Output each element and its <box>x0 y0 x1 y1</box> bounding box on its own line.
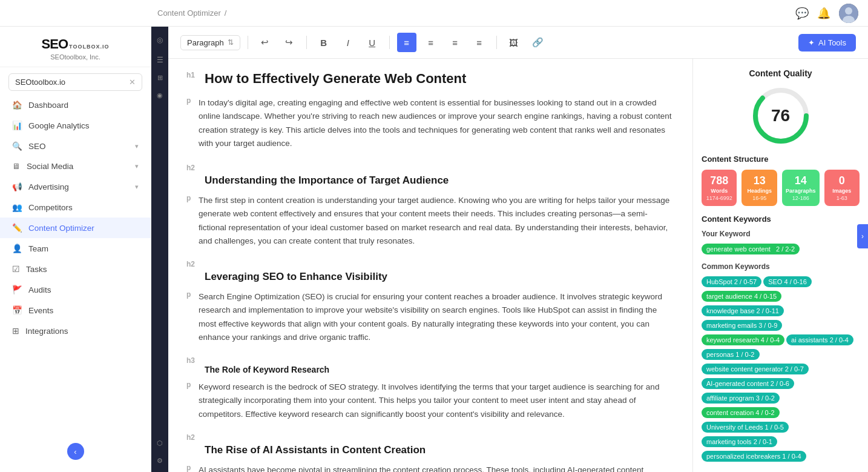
sidebar-item-tasks[interactable]: ☑ Tasks <box>0 259 151 279</box>
sidebar-item-label: Content Optimizer <box>28 224 94 233</box>
common-keyword-badge[interactable]: personas 1 / 0-2 <box>702 349 760 360</box>
common-keyword-badge[interactable]: content creation 4 / 0-2 <box>702 407 780 418</box>
sidebar-item-competitors[interactable]: 👥 Competitors <box>0 197 151 218</box>
sort-icon: ⇅ <box>228 38 234 47</box>
sidebar-item-label: Advertising <box>28 182 69 191</box>
sidebar-item-google-analytics[interactable]: 📊 Google Analytics <box>0 115 151 136</box>
toolbar-divider <box>248 36 248 49</box>
chevron-down-icon: ▾ <box>135 183 139 191</box>
sidebar-item-label: Team <box>28 244 48 253</box>
keyword-badges: HubSpot 2 / 0-57SEO 4 / 0-16target audie… <box>702 274 860 464</box>
sidebar-item-advertising[interactable]: 📢 Advertising ▾ <box>0 176 151 197</box>
image-button[interactable]: 🖼 <box>504 33 524 52</box>
monitor-icon: 🖥 <box>12 162 21 171</box>
logo: SEO <box>42 36 68 52</box>
sidebar-item-label: Events <box>28 306 53 315</box>
common-keyword-badge[interactable]: website content generator 2 / 0-7 <box>702 364 809 374</box>
common-keywords-section: Common Keywords HubSpot 2 / 0-57SEO 4 / … <box>702 262 860 464</box>
search-input[interactable] <box>15 78 129 87</box>
heading-3: Leveraging SEO to Enhance Visibility <box>205 271 387 283</box>
images-card: 0 Images 1-63 <box>824 170 860 206</box>
your-keyword-badge[interactable]: generate web content 2 / 2-2 <box>702 244 800 254</box>
heading-4: The Role of Keyword Research <box>205 365 329 374</box>
sidebar-item-events[interactable]: 📅 Events <box>0 300 151 321</box>
logo-area: SEO TOOLBOX.IO SEOtoolbox, Inc. <box>0 27 151 67</box>
keywords-title: Content Keywords <box>702 214 860 224</box>
sidebar-item-social-media[interactable]: 🖥 Social Media ▾ <box>0 156 151 176</box>
accent-icon-6[interactable]: ⚙ <box>157 457 163 465</box>
common-keyword-badge[interactable]: ai assistants 2 / 0-4 <box>786 334 853 345</box>
structure-grid: 788 Words 1174-6992 13 Headings 16-95 14… <box>702 170 860 206</box>
common-keyword-badge[interactable]: HubSpot 2 / 0-57 <box>702 276 761 287</box>
sidebar-item-dashboard[interactable]: 🏠 Dashboard <box>0 95 151 115</box>
bar-chart-icon: 📊 <box>12 121 22 130</box>
chevron-down-icon: ▾ <box>135 162 139 170</box>
sidebar-item-label: Integrations <box>25 327 68 336</box>
undo-button[interactable]: ↩ <box>255 33 275 52</box>
common-keyword-badge[interactable]: marketing tools 2 / 0-1 <box>702 436 777 447</box>
sidebar-item-team[interactable]: 👤 Team <box>0 238 151 259</box>
accent-icon-4[interactable]: ◉ <box>157 91 163 99</box>
paragraph-select[interactable]: Paragraph ⇅ <box>180 35 240 50</box>
sidebar-item-label: Social Media <box>27 162 73 171</box>
align-right-button[interactable]: ≡ <box>446 33 465 52</box>
sidebar-item-integrations[interactable]: ⊞ Integrations <box>0 321 151 341</box>
words-card: 788 Words 1174-6992 <box>702 170 737 206</box>
bold-button[interactable]: B <box>314 33 334 52</box>
avatar[interactable] <box>839 4 858 23</box>
common-keyword-badge[interactable]: keyword research 4 / 0-4 <box>702 334 784 345</box>
sidebar-item-label: Tasks <box>26 265 47 274</box>
toolbar-divider-3 <box>389 36 390 49</box>
underline-button[interactable]: U <box>363 33 382 52</box>
align-center-button[interactable]: ≡ <box>421 33 441 52</box>
sidebar-nav: 🏠 Dashboard 📊 Google Analytics 🔍 SEO ▾ 🖥… <box>0 95 151 341</box>
editor-toolbar: Paragraph ⇅ ↩ ↪ B I U ≡ ≡ ≡ ≡ 🖼 🔗 ✦ AI T… <box>168 27 868 59</box>
common-keyword-badge[interactable]: personalized icebreakers 1 / 0-4 <box>702 451 806 462</box>
ai-icon: ✦ <box>808 38 815 47</box>
redo-button[interactable]: ↪ <box>280 33 299 52</box>
search-box[interactable]: ✕ <box>8 73 142 91</box>
common-keyword-badge[interactable]: AI-generated content 2 / 0-6 <box>702 378 794 389</box>
common-keyword-badge[interactable]: SEO 4 / 0-16 <box>763 276 812 287</box>
paragraphs-card: 14 Paragraphs 12-186 <box>782 170 820 206</box>
panel-title: Content Quality <box>702 68 860 78</box>
sidebar-item-label: Audits <box>28 285 51 294</box>
close-icon[interactable]: ✕ <box>129 78 136 87</box>
common-keyword-badge[interactable]: target audience 4 / 0-15 <box>702 291 781 302</box>
align-justify-button[interactable]: ≡ <box>470 33 489 52</box>
breadcrumb: Content Optimizer / <box>157 8 226 18</box>
check-icon: ☑ <box>12 264 20 274</box>
common-keyword-badge[interactable]: affiliate program 3 / 0-2 <box>702 393 780 404</box>
scroll-right-btn[interactable]: › <box>857 224 868 248</box>
search-icon: 🔍 <box>12 141 22 151</box>
headings-card: 13 Headings 16-95 <box>741 170 777 206</box>
score-circle: 76 <box>702 85 860 146</box>
paragraph-label: Paragraph <box>187 38 224 47</box>
align-left-button[interactable]: ≡ <box>397 33 416 52</box>
ai-tools-button[interactable]: ✦ AI Tools <box>798 34 856 52</box>
score-value: 76 <box>771 106 790 125</box>
common-keyword-badge[interactable]: marketing emails 3 / 0-9 <box>702 320 782 331</box>
link-button[interactable]: 🔗 <box>528 33 548 52</box>
paragraph-5: AI assistants have become pivotal in str… <box>199 464 674 472</box>
sidebar-item-seo[interactable]: 🔍 SEO ▾ <box>0 136 151 156</box>
megaphone-icon: 📢 <box>12 182 22 191</box>
italic-button[interactable]: I <box>338 33 358 52</box>
toolbar-divider-4 <box>496 36 497 49</box>
accent-icon-3[interactable]: ⊞ <box>157 74 163 82</box>
toolbar-divider-2 <box>306 36 307 49</box>
common-keyword-badge[interactable]: University of Leeds 1 / 0-5 <box>702 422 789 433</box>
editor-area[interactable]: h1 How to Effectively Generate Web Conte… <box>168 59 692 472</box>
sidebar-item-label: Dashboard <box>28 101 68 110</box>
accent-icon-2[interactable]: ☰ <box>157 56 163 64</box>
paragraph-3: Search Engine Optimization (SEO) is cruc… <box>199 290 674 344</box>
common-keyword-badge[interactable]: knowledge base 2 / 0-11 <box>702 305 784 316</box>
sidebar-item-audits[interactable]: 🚩 Audits <box>0 279 151 300</box>
sidebar-collapse-btn[interactable]: ‹ <box>67 443 84 460</box>
sidebar: SEO TOOLBOX.IO SEOtoolbox, Inc. ✕ 🏠 Dash… <box>0 27 151 472</box>
sidebar-item-content-optimizer[interactable]: ✏️ Content Optimizer <box>0 218 151 238</box>
bell-icon[interactable]: 🔔 <box>817 7 830 20</box>
chat-icon[interactable]: 💬 <box>795 7 809 20</box>
accent-icon-1[interactable]: ◎ <box>154 34 166 46</box>
accent-icon-5[interactable]: ⬡ <box>157 439 163 447</box>
